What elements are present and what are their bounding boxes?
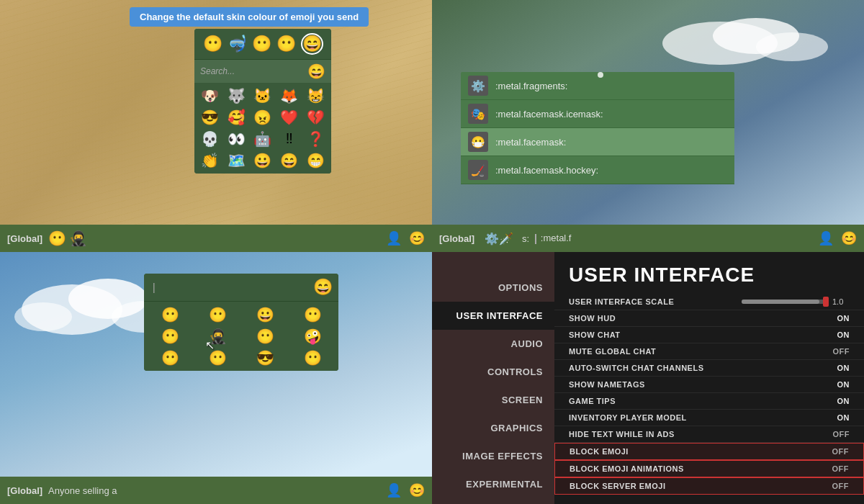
settings-row-show-nametags[interactable]: SHOW NAMETAGS ON <box>554 377 864 393</box>
sidebar-item-options[interactable]: OPTIONS <box>432 274 554 302</box>
emoji-cell[interactable]: 😶 <box>289 305 336 325</box>
value-block-emoji-anims[interactable]: OFF <box>820 464 849 473</box>
sidebar-item-screen[interactable]: SCREEN <box>432 386 554 414</box>
skin-tone-selected[interactable]: 😄 <box>301 33 323 55</box>
emoji-icon-tr[interactable]: 😊 <box>841 230 857 246</box>
emoji-cell[interactable]: 🤪 <box>289 326 336 346</box>
emoji-cell[interactable]: ❤️ <box>276 107 302 127</box>
emoji-cell[interactable]: 😎 <box>242 348 288 368</box>
label-auto-switch: AUTO-SWITCH CHAT CHANNELS <box>569 364 821 372</box>
emoji-cell[interactable]: 😀 <box>242 305 288 325</box>
emoji-cell[interactable]: 🥰 <box>224 107 249 127</box>
quad-top-left: Change the default skin colour of emoji … <box>0 0 432 252</box>
emoji-cell[interactable]: 🤖 <box>251 129 276 149</box>
emoji-cell[interactable]: 😀 <box>251 150 276 171</box>
value-hide-text-ads[interactable]: OFF <box>821 430 850 438</box>
emoji-cell[interactable]: 👀 <box>224 129 249 149</box>
value-show-hud[interactable]: ON <box>821 314 850 323</box>
settings-row-mute-global[interactable]: MUTE GLOBAL CHAT OFF <box>554 343 864 360</box>
skin-tone-3[interactable]: 😶 <box>252 35 271 53</box>
slider-ui-scale[interactable]: 1.0 <box>742 297 850 306</box>
settings-row-auto-switch[interactable]: AUTO-SWITCH CHAT CHANNELS ON <box>554 360 864 377</box>
emoji-cell[interactable]: 😶 <box>194 348 240 368</box>
emoji-cell[interactable]: 🐺 <box>224 86 249 106</box>
emoji-cell[interactable]: ❓ <box>303 129 328 149</box>
autocomplete-item[interactable]: 🏒 :metal.facemask.hockey: <box>461 156 734 184</box>
emoji-search-row[interactable]: Search... 😄 <box>194 60 331 83</box>
chat-tag-tr: [Global] <box>439 233 474 244</box>
sidebar-item-user-interface[interactable]: USER INTERFACE <box>432 302 554 330</box>
emoji-cell[interactable]: 😠 <box>251 107 276 127</box>
label-inventory-model: INVENTORY PLAYER MODEL <box>569 413 821 422</box>
settings-row-show-hud[interactable]: SHOW HUD ON <box>554 310 864 327</box>
sidebar-item-controls[interactable]: CONTROLS <box>432 358 554 386</box>
emoji-cell[interactable]: 🐶 <box>197 86 222 106</box>
item-icons-chat: ⚙️🗡️ <box>485 232 513 246</box>
skin-tone-1[interactable]: 😶 <box>203 35 222 53</box>
autocomplete-item[interactable]: 🎭 :metal.facemask.icemask: <box>461 100 734 128</box>
settings-row-show-chat[interactable]: SHOW CHAT ON <box>554 327 864 343</box>
emoji-cell[interactable]: 🐱 <box>251 86 276 106</box>
chat-icons-bl: 👤 😊 <box>386 482 425 498</box>
emoji-cell[interactable]: 💀 <box>197 129 222 149</box>
emoji-cell[interactable]: 😎 <box>197 107 222 127</box>
emoji-cell[interactable]: ‼️ <box>276 129 302 149</box>
settings-row-block-emoji[interactable]: BLOCK EMOJI OFF <box>554 443 864 460</box>
emoji-grid-bl[interactable]: 😶 😶 😀 😶 😶 🥷 😶 🤪 😶 😶 😎 😶 <box>144 302 338 371</box>
emoji-icon[interactable]: 😊 <box>409 230 425 246</box>
slider-thumb[interactable] <box>823 297 829 307</box>
emoji-cell[interactable]: 😶 <box>194 305 240 325</box>
sidebar-item-image-effects[interactable]: IMAGE EFFECTS <box>432 442 554 470</box>
emoji-cell[interactable]: 😄 <box>276 150 302 171</box>
settings-row-hide-text-ads[interactable]: HIDE TEXT WHILE IN ADS OFF <box>554 426 864 443</box>
settings-row-block-server-emoji[interactable]: BLOCK SERVER EMOJI OFF <box>554 477 864 495</box>
value-block-server-emoji[interactable]: OFF <box>820 482 849 490</box>
value-mute-global[interactable]: OFF <box>821 347 850 356</box>
emoji-cell[interactable]: 🗺️ <box>224 150 249 171</box>
settings-row-game-tips[interactable]: GAME TIPS ON <box>554 393 864 410</box>
slider-track[interactable] <box>742 300 828 304</box>
value-show-nametags[interactable]: ON <box>821 380 850 389</box>
sidebar-item-graphics[interactable]: GRAPHICS <box>432 414 554 442</box>
skin-tone-4[interactable]: 😶 <box>276 35 296 53</box>
emoji-cell[interactable]: 💔 <box>303 107 328 127</box>
cursor-pointer: ↖ <box>205 338 215 352</box>
emoji-panel-bl[interactable]: | 😄 😶 😶 😀 😶 😶 🥷 😶 🤪 😶 😶 😎 😶 <box>144 274 338 371</box>
sidebar-item-audio[interactable]: AUDIO <box>432 330 554 358</box>
person-icon-tr[interactable]: 👤 <box>818 230 834 246</box>
person-icon[interactable]: 👤 <box>386 230 402 246</box>
sidebar-item-experimental[interactable]: EXPERIMENTAL <box>432 470 554 498</box>
skin-tone-2[interactable]: 🤿 <box>228 35 247 53</box>
skin-tone-row[interactable]: 😶 🤿 😶 😶 😄 <box>194 29 331 60</box>
emoji-cell[interactable]: 🥷 <box>194 326 240 346</box>
emoji-cell[interactable]: 😸 <box>303 86 328 106</box>
value-show-chat[interactable]: ON <box>821 330 850 339</box>
emoji-cell[interactable]: 😶 <box>147 326 193 346</box>
emoji-cell[interactable]: 😶 <box>289 348 336 368</box>
value-inventory-model[interactable]: ON <box>821 413 850 422</box>
emoji-cell[interactable]: 👏 <box>197 150 222 171</box>
settings-row-block-emoji-anims[interactable]: BLOCK EMOJI ANIMATIONS OFF <box>554 460 864 477</box>
value-game-tips[interactable]: ON <box>821 397 850 405</box>
emoji-cell[interactable]: 😶 <box>147 305 193 325</box>
avatar-2: 🥷 <box>69 230 87 247</box>
chat-input-tr[interactable]: :metal.f <box>535 233 812 244</box>
autocomplete-item-selected[interactable]: 😷 :metal.facemask: <box>461 128 734 156</box>
settings-row-inventory-model[interactable]: INVENTORY PLAYER MODEL ON <box>554 410 864 426</box>
emoji-icon-bl[interactable]: 😊 <box>409 482 425 498</box>
emoji-search-placeholder: Search... <box>200 66 235 76</box>
emoji-skin-panel[interactable]: 😶 🤿 😶 😶 😄 Search... 😄 🐶 🐺 🐱 🦊 😸 😎 🥰 😠 <box>194 29 331 174</box>
emoji-cell[interactable]: 😁 <box>303 150 328 171</box>
emoji-cell[interactable]: 🦊 <box>276 86 302 106</box>
person-icon-bl[interactable]: 👤 <box>386 482 402 498</box>
value-auto-switch[interactable]: ON <box>821 364 850 372</box>
emoji-panel-top-row: | 😄 <box>144 274 338 302</box>
emoji-grid-tl[interactable]: 🐶 🐺 🐱 🦊 😸 😎 🥰 😠 ❤️ 💔 💀 👀 🤖 ‼️ ❓ 👏 🗺️ 😀 😄 <box>194 83 331 174</box>
emoji-cell[interactable]: 😶 <box>242 326 288 346</box>
chat-input-text: :metal.f <box>541 233 572 243</box>
chat-avatars: 😶 🥷 <box>48 230 87 247</box>
emoji-cell[interactable]: 😶 <box>147 348 193 368</box>
autocomplete-panel[interactable]: ⚙️ :metal.fragments: 🎭 :metal.facemask.i… <box>461 72 734 184</box>
value-block-emoji[interactable]: OFF <box>820 447 849 456</box>
skin-tone-bl[interactable]: 😄 <box>313 278 333 297</box>
